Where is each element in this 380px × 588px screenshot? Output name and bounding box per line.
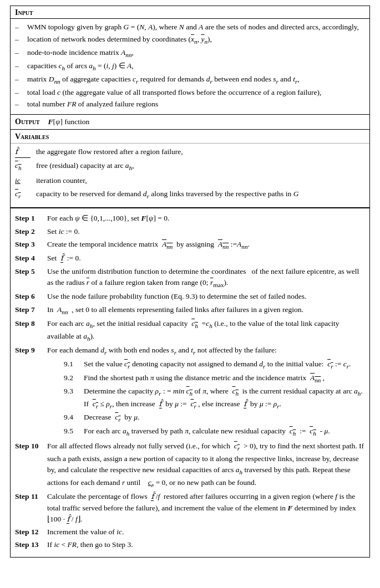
step-4-content: Set f̂ := 0. xyxy=(47,253,365,264)
input-item-3: – node-to-node incidence matrix Ann, xyxy=(15,47,365,59)
var-desc-3: iteration counter, xyxy=(36,175,87,186)
input-content: – WMN topology given by graph G = (N, A)… xyxy=(11,19,369,114)
substep-9-2-label: 9.2 xyxy=(64,372,84,384)
step-8-content: For each arc ah, set the initial residua… xyxy=(47,318,365,343)
step-4-label: Step 4 xyxy=(15,253,47,264)
step-10-content: For all affected flows already not fully… xyxy=(47,441,365,489)
step-9-label: Step 9 xyxy=(15,345,47,356)
step-12: Step 12 Increment the value of ic. xyxy=(15,526,365,538)
dash-7: – xyxy=(15,99,25,110)
step-3: Step 3 Create the temporal incidence mat… xyxy=(15,239,365,252)
variables-content: f̂ the aggregate flow restored after a r… xyxy=(11,144,369,208)
step-1: Step 1 For each ψ ∈ {0,1,...,100}, set F… xyxy=(15,213,365,224)
dash-1: – xyxy=(15,22,25,33)
step-11: Step 11 Calculate the percentage of flow… xyxy=(15,491,365,525)
step-13-label: Step 13 xyxy=(15,539,47,550)
step-5: Step 5 Use the uniform distribution func… xyxy=(15,266,365,290)
step-4: Step 4 Set f̂ := 0. xyxy=(15,253,365,264)
substep-9-4: 9.4 Decrease cr by μ. xyxy=(47,412,365,425)
substep-9-2-content: Find the shortest path π using the dista… xyxy=(84,372,365,385)
output-header: Output xyxy=(15,117,40,126)
step-6-label: Step 6 xyxy=(15,291,47,302)
step-9: Step 9 For each demand dr with both end … xyxy=(15,345,365,439)
var-row-3: ic iteration counter, xyxy=(15,175,365,186)
step-6: Step 6 Use the node failure probability … xyxy=(15,291,365,302)
substep-9-5-content: For each arc ah traversed by path π, cal… xyxy=(84,426,365,438)
substep-9-3: 9.3 Determine the capacity ρr : = min ch… xyxy=(47,386,365,411)
var-desc-4: capacity to be reserved for demand dr al… xyxy=(36,188,298,201)
var-desc-2: free (residual) capacity at arc ah, xyxy=(36,160,134,173)
input-item-6: – total load c (the aggregate value of a… xyxy=(15,87,365,98)
substep-9-4-label: 9.4 xyxy=(64,412,84,423)
dash-4: – xyxy=(15,60,25,71)
var-name-3: ic xyxy=(15,175,31,186)
substep-9-1-label: 9.1 xyxy=(64,359,84,370)
var-row-2: ch free (residual) capacity at arc ah, xyxy=(15,160,365,173)
step-13-content: If ic < FR, then go to Step 3. xyxy=(47,539,365,550)
main-box: Input – WMN topology given by graph G = … xyxy=(10,6,370,558)
step-1-content: For each ψ ∈ {0,1,...,100}, set F[ψ] = 0… xyxy=(47,213,365,224)
step-5-content: Use the uniform distribution function to… xyxy=(47,266,365,290)
input-list: – WMN topology given by graph G = (N, A)… xyxy=(15,22,365,110)
input-item-4: – capacities ch of arcs ah = (i, j) ∈ A, xyxy=(15,60,365,73)
input-header: Input xyxy=(11,6,369,19)
var-name-2: ch xyxy=(15,160,31,173)
var-name-1: f̂ xyxy=(15,146,31,158)
step-2-label: Step 2 xyxy=(15,226,47,237)
dash-2: – xyxy=(15,34,25,45)
dash-6: – xyxy=(15,87,25,98)
step-5-label: Step 5 xyxy=(15,266,47,277)
var-row-4: cr capacity to be reserved for demand dr… xyxy=(15,188,365,201)
step-8: Step 8 For each arc ah, set the initial … xyxy=(15,318,365,343)
input-item-1: – WMN topology given by graph G = (N, A)… xyxy=(15,22,365,33)
step-8-label: Step 8 xyxy=(15,318,47,329)
substep-9-1-content: Set the value cr denoting capacity not a… xyxy=(84,359,365,371)
output-content: F[ψ] function xyxy=(44,117,90,126)
step-7-label: Step 7 xyxy=(15,304,47,315)
substep-9-2: 9.2 Find the shortest path π using the d… xyxy=(47,372,365,385)
substep-9-1: 9.1 Set the value cr denoting capacity n… xyxy=(47,359,365,371)
input-item-2: – location of network nodes determined b… xyxy=(15,34,365,46)
step-2-content: Set ic := 0. xyxy=(47,226,365,237)
substep-9-4-content: Decrease cr by μ. xyxy=(84,412,365,425)
step-12-content: Increment the value of ic. xyxy=(47,526,365,538)
variables-header: Variables xyxy=(11,130,369,144)
step-11-content: Calculate the percentage of flows f̂ /f … xyxy=(47,491,365,525)
substep-9-5: 9.5 For each arc ah traversed by path π,… xyxy=(47,426,365,438)
step-3-label: Step 3 xyxy=(15,239,47,250)
var-name-4: cr xyxy=(15,188,31,201)
substep-9-5-label: 9.5 xyxy=(64,426,84,437)
dash-5: – xyxy=(15,74,25,85)
output-row: Output F[ψ] function xyxy=(11,115,369,129)
input-item-7: – total number FR of analyzed failure re… xyxy=(15,99,365,110)
step-6-content: Use the node failure probability functio… xyxy=(47,291,365,302)
input-item-5: – matrix Dnn of aggregate capacities cr … xyxy=(15,74,365,86)
steps-section: Step 1 For each ψ ∈ {0,1,...,100}, set F… xyxy=(11,208,369,556)
step-9-content: For each demand dr with both end nodes s… xyxy=(47,345,365,439)
step-7: Step 7 In Ann , set 0 to all elements re… xyxy=(15,304,365,317)
step-7-content: In Ann , set 0 to all elements represent… xyxy=(47,304,365,317)
step-3-content: Create the temporal incidence matrix Ann… xyxy=(47,239,365,252)
step-11-label: Step 11 xyxy=(15,491,47,502)
var-row-1: f̂ the aggregate flow restored after a r… xyxy=(15,146,365,158)
var-desc-1: the aggregate flow restored after a regi… xyxy=(36,146,183,157)
step-1-label: Step 1 xyxy=(15,213,47,224)
dash-3: – xyxy=(15,47,25,58)
substep-9-3-content: Determine the capacity ρr : = min ch of … xyxy=(84,386,365,411)
substep-9-3-label: 9.3 xyxy=(64,386,84,397)
step-10: Step 10 For all affected flows already n… xyxy=(15,441,365,489)
step-12-label: Step 12 xyxy=(15,526,47,538)
step-10-label: Step 10 xyxy=(15,441,47,452)
step-2: Step 2 Set ic := 0. xyxy=(15,226,365,237)
step-13: Step 13 If ic < FR, then go to Step 3. xyxy=(15,539,365,550)
